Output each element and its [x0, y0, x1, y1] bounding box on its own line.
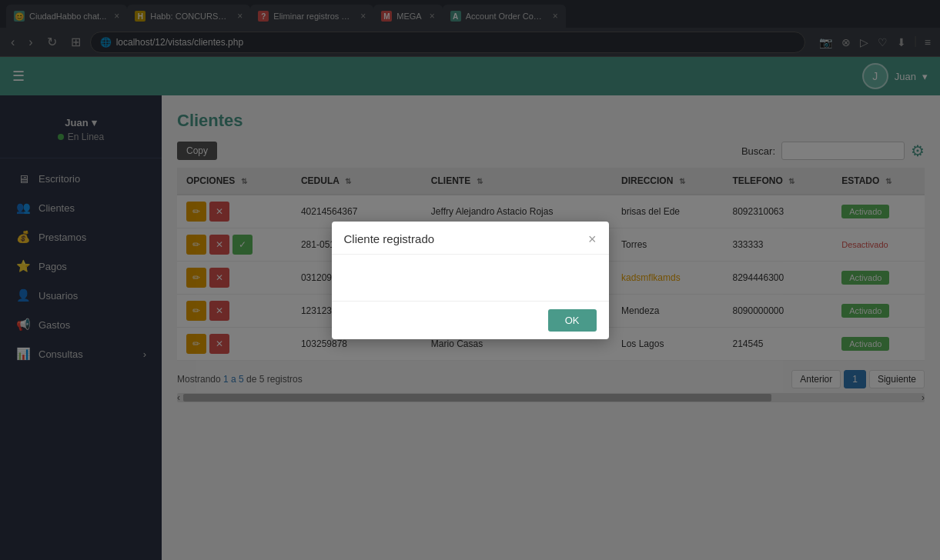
modal-header: Cliente registrado × — [332, 222, 609, 255]
modal-footer: OK — [332, 301, 609, 339]
ok-button[interactable]: OK — [548, 309, 597, 332]
modal-overlay[interactable]: Cliente registrado × OK — [0, 0, 940, 560]
modal-close-button[interactable]: × — [588, 232, 597, 246]
modal-body — [332, 255, 609, 301]
modal-title: Cliente registrado — [344, 232, 435, 245]
modal-dialog: Cliente registrado × OK — [332, 222, 609, 339]
